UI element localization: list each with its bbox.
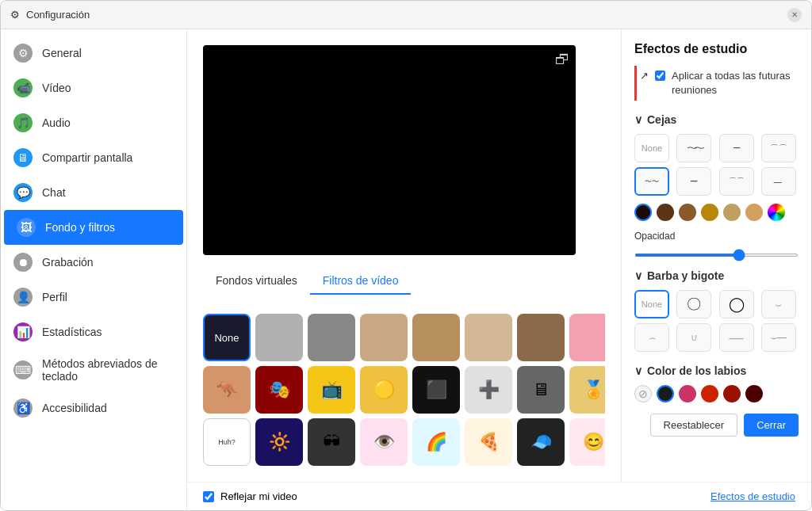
tab-fondos[interactable]: Fondos virtuales xyxy=(203,268,310,295)
eyebrow-section-title[interactable]: ∨ Cejas xyxy=(634,113,799,126)
filter-item[interactable] xyxy=(517,314,565,361)
filter-grid: None 🦘 🎭 📺 xyxy=(203,307,605,466)
opacity-slider[interactable] xyxy=(634,254,799,257)
lip-color-maroon[interactable] xyxy=(745,385,763,402)
beard-item[interactable]: ⌣ xyxy=(761,290,796,318)
chevron-icon-lips: ∨ xyxy=(634,364,642,377)
red-arrow: ↗ xyxy=(640,69,649,83)
lips-section-title[interactable]: ∨ Color de los labios xyxy=(634,364,799,377)
beard-item[interactable]: — xyxy=(719,323,754,352)
video-preview: 🗗 xyxy=(203,45,576,255)
chat-icon: 💬 xyxy=(13,183,33,202)
chevron-icon: ∨ xyxy=(634,113,642,126)
sidebar-item-general[interactable]: ⚙ General xyxy=(1,36,186,71)
eyebrow-color-palette xyxy=(634,204,799,221)
profile-icon: 👤 xyxy=(13,288,33,307)
filter-item[interactable] xyxy=(360,314,408,361)
filter-item-speech[interactable]: Huh? xyxy=(203,418,251,466)
filter-item-pizza[interactable]: 🍕 xyxy=(465,418,512,466)
effects-link[interactable]: Efectos de estudio xyxy=(710,490,795,502)
color-brown[interactable] xyxy=(679,204,696,221)
eyebrow-item[interactable] xyxy=(676,134,711,162)
filter-grid-wrapper: None 🦘 🎭 📺 xyxy=(203,307,605,466)
beard-item[interactable]: ◯ xyxy=(719,290,754,318)
sidebar: ⚙ General 📹 Vídeo 🎵 Audio 🖥 Compartir pa… xyxy=(1,29,187,510)
color-dark-golden[interactable] xyxy=(701,204,718,221)
filter-item[interactable] xyxy=(412,314,460,361)
sidebar-item-shortcuts[interactable]: ⌨ Métodos abreviados de teclado xyxy=(1,349,186,391)
color-dark-brown[interactable] xyxy=(657,204,674,221)
filter-item-kawaii[interactable]: 👁️ xyxy=(360,418,408,466)
settings-icon: ⚙ xyxy=(10,9,20,21)
lip-color-dark-red[interactable] xyxy=(723,385,741,402)
eyebrow-item[interactable] xyxy=(761,134,796,162)
beard-section-title[interactable]: ∨ Barba y bigote xyxy=(634,269,799,282)
sidebar-item-accessibility[interactable]: ♿ Accesibilidad xyxy=(1,391,186,425)
chevron-icon-beard: ∨ xyxy=(634,269,642,282)
beard-item[interactable]: ⌢ xyxy=(634,323,669,352)
mirror-checkbox[interactable] xyxy=(203,491,214,502)
lip-color-pink[interactable] xyxy=(679,385,696,402)
general-icon: ⚙ xyxy=(13,44,33,63)
eyebrow-item[interactable] xyxy=(719,167,754,196)
window-title: ⚙ Configuración xyxy=(10,9,90,21)
eyebrow-item[interactable] xyxy=(719,134,754,162)
filter-item-glasses[interactable]: 🕶 xyxy=(308,418,355,466)
close-window-button[interactable]: ✕ xyxy=(787,8,802,22)
sidebar-item-profile[interactable]: 👤 Perfil xyxy=(1,280,186,315)
filter-item-oven[interactable]: 🖥 xyxy=(517,366,565,414)
lips-none[interactable]: ⊘ xyxy=(634,385,652,402)
lip-color-red[interactable] xyxy=(701,385,718,402)
beard-item[interactable]: ∪ xyxy=(676,323,711,352)
action-buttons: Reestablecer Cerrar xyxy=(634,414,799,437)
color-light-brown[interactable] xyxy=(745,204,763,221)
recording-icon: ⏺ xyxy=(13,253,33,272)
main-panel: 🗗 Fondos virtuales Filtros de vídeo None xyxy=(187,29,811,510)
beard-item[interactable]: 〇 xyxy=(676,290,711,318)
color-black[interactable] xyxy=(634,204,652,221)
reset-button[interactable]: Reestablecer xyxy=(650,414,738,437)
sidebar-item-chat[interactable]: 💬 Chat xyxy=(1,175,186,210)
filter-item-tv[interactable]: 📺 xyxy=(308,366,355,414)
sidebar-item-stats[interactable]: 📊 Estadísticas xyxy=(1,315,186,349)
filter-item-lights[interactable]: 🔆 xyxy=(255,418,303,466)
share-icon: 🖥 xyxy=(13,148,33,167)
eyebrow-item[interactable] xyxy=(761,167,796,196)
filter-item[interactable] xyxy=(255,314,303,361)
eyebrow-none[interactable]: None xyxy=(634,134,669,162)
apply-checkbox[interactable] xyxy=(655,71,665,81)
eyebrow-item[interactable] xyxy=(676,167,711,196)
color-golden[interactable] xyxy=(723,204,741,221)
close-button[interactable]: Cerrar xyxy=(744,414,799,437)
color-rainbow[interactable] xyxy=(768,204,785,221)
sidebar-item-video[interactable]: 📹 Vídeo xyxy=(1,71,186,105)
filter-item-medal[interactable]: 🏅 xyxy=(569,366,605,414)
lips-palette: ⊘ xyxy=(634,385,799,402)
titlebar: ⚙ Configuración ✕ xyxy=(1,1,811,29)
video-icon: 📹 xyxy=(13,78,33,97)
filter-item-cross[interactable]: ➕ xyxy=(465,366,512,414)
sidebar-item-recording[interactable]: ⏺ Grabación xyxy=(1,245,186,280)
filter-item[interactable] xyxy=(465,314,512,361)
filter-item-face[interactable]: 😊 xyxy=(569,418,605,466)
filter-item[interactable] xyxy=(308,314,355,361)
tab-filtros[interactable]: Filtros de vídeo xyxy=(310,268,412,295)
sidebar-item-audio[interactable]: 🎵 Audio xyxy=(1,105,186,140)
beard-none[interactable]: None xyxy=(634,290,669,318)
center-panel: 🗗 Fondos virtuales Filtros de vídeo None xyxy=(187,29,621,482)
filter-item-dots[interactable]: 🟡 xyxy=(360,366,408,414)
sidebar-item-background[interactable]: 🖼 Fondo y filtros xyxy=(4,210,183,245)
filter-item-theater[interactable]: 🎭 xyxy=(255,366,303,414)
filter-none[interactable]: None xyxy=(203,314,251,361)
beard-item[interactable]: ⌣— xyxy=(761,323,796,352)
filter-item-rainbow[interactable]: 🌈 xyxy=(412,418,460,466)
filter-item-cap[interactable]: 🧢 xyxy=(517,418,565,466)
eyebrow-item-selected[interactable] xyxy=(634,167,669,196)
settings-window: ⚙ Configuración ✕ ⚙ General 📹 Vídeo 🎵 Au… xyxy=(0,0,812,511)
filter-item-black[interactable]: ⬛ xyxy=(412,366,460,414)
filter-item[interactable] xyxy=(569,314,605,361)
bottom-bar: Reflejar mi video Efectos de estudio xyxy=(187,482,811,510)
sidebar-item-share[interactable]: 🖥 Compartir pantalla xyxy=(1,140,186,175)
filter-item-kangaroo[interactable]: 🦘 xyxy=(203,366,251,414)
lip-color-black[interactable] xyxy=(657,385,674,402)
